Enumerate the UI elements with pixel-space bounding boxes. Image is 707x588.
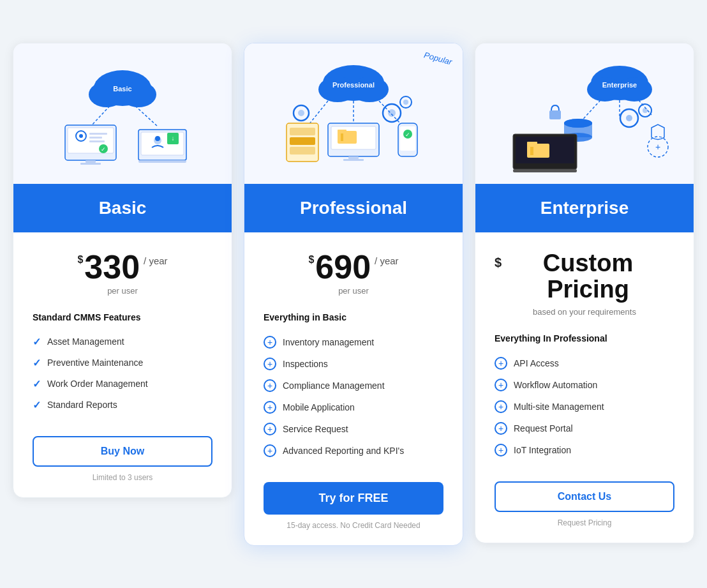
feature-text: API Access <box>514 358 559 368</box>
features-heading: Everything in Basic <box>264 312 443 322</box>
feature-text: Standard Reports <box>47 400 117 410</box>
svg-rect-75 <box>530 147 533 155</box>
svg-line-30 <box>309 101 328 124</box>
check-icon: ✓ <box>33 399 41 411</box>
feature-item: + IoT Integration <box>495 439 674 461</box>
feature-item: + Advanced Reporting and KPI's <box>264 440 443 462</box>
svg-rect-74 <box>527 142 537 146</box>
feature-text: Advanced Reporting and KPI's <box>283 446 404 456</box>
svg-point-53 <box>403 100 408 105</box>
svg-rect-36 <box>290 147 315 155</box>
price-section: $ 690 / year per user <box>264 250 443 296</box>
plus-icon: + <box>495 444 507 456</box>
svg-rect-41 <box>341 133 343 141</box>
cta-section: Buy Now Limited to 3 users <box>33 436 212 482</box>
price-section: $ Custom Pricing based on your requireme… <box>495 250 674 317</box>
svg-rect-76 <box>513 169 577 172</box>
feature-item: ✓ Asset Management <box>33 331 212 352</box>
svg-text:Basic: Basic <box>113 85 131 93</box>
svg-rect-42 <box>348 156 359 159</box>
plus-icon: + <box>264 336 276 349</box>
plus-icon: + <box>264 444 276 457</box>
svg-point-21 <box>155 136 160 141</box>
card-header: Professional <box>244 184 463 232</box>
svg-point-10 <box>79 134 83 138</box>
plus-icon: + <box>495 379 507 391</box>
per-user-label: per user <box>264 286 443 296</box>
feature-text: Inspections <box>283 359 328 369</box>
svg-text:↓: ↓ <box>172 135 175 142</box>
currency-symbol: $ <box>308 254 314 266</box>
feature-item: + Inventory management <box>264 331 443 353</box>
custom-price-text: Custom Pricing <box>502 250 674 304</box>
plus-icon: + <box>264 358 276 370</box>
svg-text:✓: ✓ <box>405 132 410 138</box>
cta-button[interactable]: Buy Now <box>33 436 212 467</box>
svg-rect-35 <box>290 137 315 145</box>
card-illustration: Enterprise <box>475 43 694 184</box>
price-period: / year <box>144 255 168 266</box>
svg-point-65 <box>564 119 592 128</box>
feature-item: ✓ Standard Reports <box>33 395 212 416</box>
feature-list: ✓ Asset Management ✓ Preventive Maintena… <box>33 331 212 416</box>
feature-item: + Request Portal <box>495 418 674 439</box>
feature-text: Service Request <box>283 424 348 434</box>
feature-item: + Inspections <box>264 353 443 375</box>
feature-list: + API Access + Workflow Automation + Mul… <box>495 352 674 461</box>
cta-button[interactable]: Try for FREE <box>264 482 443 515</box>
plus-icon: + <box>264 379 276 392</box>
feature-item: + API Access <box>495 352 674 374</box>
feature-list: + Inventory management + Inspections + C… <box>264 331 443 462</box>
svg-rect-12 <box>89 137 102 139</box>
plus-icon: + <box>264 423 276 435</box>
card-enterprise: Enterprise <box>475 43 694 544</box>
card-header: Basic <box>13 184 232 232</box>
price-number: 690 <box>315 250 371 283</box>
features-heading: Everything In Professional <box>495 333 674 343</box>
pricing-container: Basic ✓ <box>13 43 694 546</box>
svg-rect-43 <box>343 159 364 161</box>
feature-text: Work Order Management <box>47 379 148 389</box>
svg-rect-24 <box>138 160 186 163</box>
svg-rect-11 <box>89 133 107 135</box>
card-body: $ 690 / year per user Everything in Basi… <box>244 232 463 545</box>
check-icon: ✓ <box>33 357 41 369</box>
svg-point-51 <box>388 109 396 117</box>
check-icon: ✓ <box>33 378 41 390</box>
feature-text: Mobile Application <box>283 402 355 412</box>
svg-point-67 <box>626 115 632 121</box>
svg-rect-17 <box>80 163 101 165</box>
svg-rect-34 <box>290 128 315 135</box>
feature-text: Preventive Maintenance <box>47 358 143 368</box>
cta-section: Try for FREE 15-day access. No Credit Ca… <box>264 482 443 530</box>
price-period: / year <box>375 255 399 266</box>
card-title: Enterprise <box>475 198 694 218</box>
feature-item: + Workflow Automation <box>495 374 674 396</box>
card-illustration: Popular Professional <box>244 43 463 184</box>
cta-note: Request Pricing <box>495 518 674 527</box>
svg-text:+: + <box>655 142 660 152</box>
feature-item: + Compliance Management <box>264 375 443 396</box>
feature-text: Request Portal <box>514 423 573 433</box>
svg-text:Enterprise: Enterprise <box>602 81 637 89</box>
price-section: $ 330 / year per user <box>33 250 212 296</box>
plus-icon: + <box>495 357 507 370</box>
card-title: Professional <box>244 198 463 218</box>
feature-item: ✓ Work Order Management <box>33 373 212 395</box>
price-subtitle: based on your requirements <box>495 307 674 317</box>
svg-point-69 <box>643 108 648 113</box>
plus-icon: + <box>495 422 507 435</box>
feature-text: Asset Management <box>47 336 124 347</box>
svg-text:✓: ✓ <box>101 146 106 153</box>
feature-item: + Mobile Application <box>264 396 443 418</box>
per-user-label: per user <box>33 286 212 296</box>
cta-button[interactable]: Contact Us <box>495 481 674 512</box>
svg-rect-40 <box>338 130 346 133</box>
card-professional: Popular Professional <box>244 43 463 546</box>
features-heading: Standard CMMS Features <box>33 312 212 322</box>
card-body: $ Custom Pricing based on your requireme… <box>475 232 694 543</box>
cta-section: Contact Us Request Pricing <box>495 481 674 527</box>
price-number: 330 <box>84 250 140 283</box>
check-icon: ✓ <box>33 336 41 348</box>
svg-rect-3 <box>103 91 142 104</box>
